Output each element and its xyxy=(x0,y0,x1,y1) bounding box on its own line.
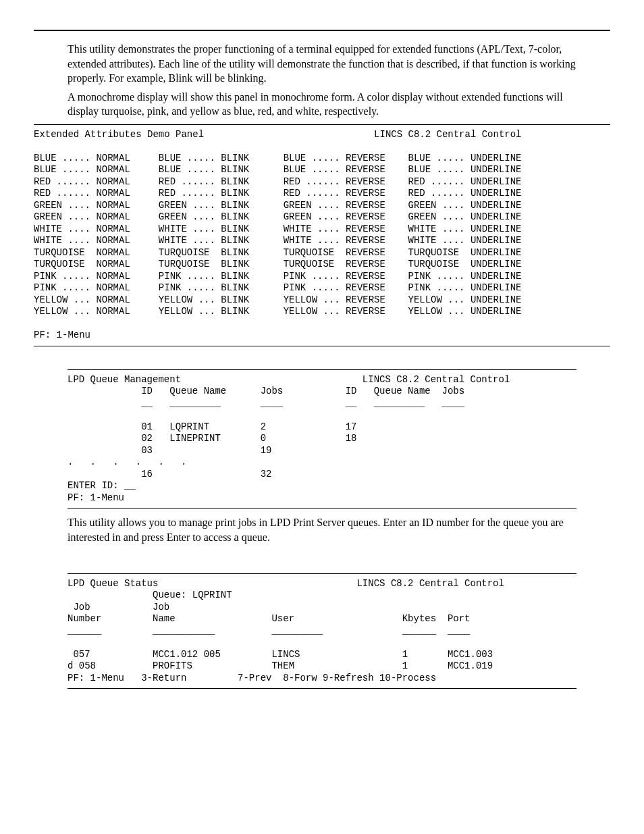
intro-p1: This utility demonstrates the proper fun… xyxy=(68,42,576,86)
panel2-description: This utility allows you to manage print … xyxy=(68,515,576,544)
lpd-queue-mgmt-panel: LPD Queue Management LINCS C8.2 Central … xyxy=(68,374,576,504)
panel2-rule-top xyxy=(68,369,576,370)
panel3-rule-top xyxy=(68,573,576,574)
extended-attributes-panel: Extended Attributes Demo Panel LINCS C8.… xyxy=(34,129,610,342)
panel3-rule-bottom xyxy=(68,688,576,689)
lpd-queue-status-panel: LPD Queue Status LINCS C8.2 Central Cont… xyxy=(68,578,576,685)
panel1-rule-top xyxy=(34,124,610,125)
panel2-rule-bottom xyxy=(68,508,576,509)
panel1-rule-bottom xyxy=(34,346,610,346)
intro-p2: A monochrome display will show this pane… xyxy=(68,90,576,119)
page-top-rule xyxy=(34,30,610,31)
intro-text: This utility demonstrates the proper fun… xyxy=(68,42,576,119)
